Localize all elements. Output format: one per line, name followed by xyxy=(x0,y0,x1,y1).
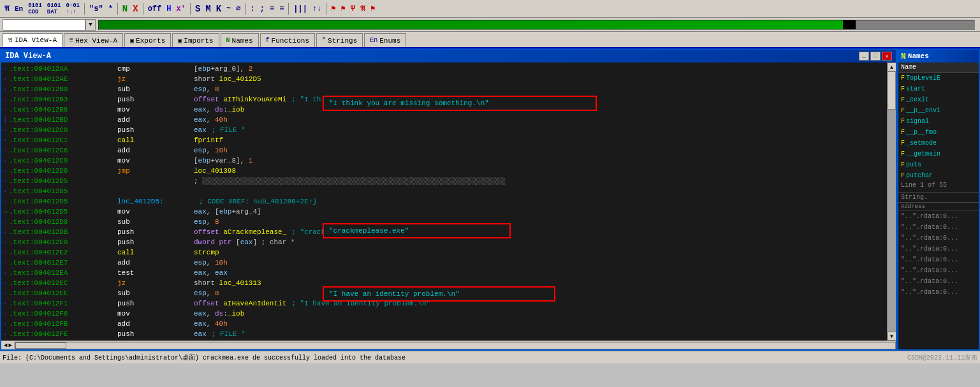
code-line[interactable]: · .text:004012D5 ; ░░░░░░░░░░░░░░░░░░░░░… xyxy=(1,176,887,186)
v-scrollbar[interactable]: ▲ ▼ xyxy=(887,62,896,340)
code-line[interactable]: · .text:004012D5 xyxy=(1,186,887,196)
dropdown-box[interactable] xyxy=(3,19,85,31)
code-line[interactable]: · .text:004012C1 call fprintf xyxy=(1,135,887,145)
code-content[interactable]: · .text:004012AA cmp [ebp+arg_0], 2 · .t… xyxy=(1,62,887,340)
code-line[interactable]: · .text:004012C0 push eax; FILE * xyxy=(1,125,887,135)
icon-M[interactable]: M xyxy=(203,3,212,15)
icon-pencil[interactable]: ∅ xyxy=(234,3,242,14)
code-line[interactable]: · .text:004012E0 push dword ptr [eax] ; … xyxy=(1,237,887,247)
strings-item-1[interactable]: "..".rdata:0... xyxy=(898,211,979,222)
panel-close-btn[interactable]: ✕ xyxy=(882,52,892,61)
code-line[interactable]: → .text:004012D5 mov eax, [ebp+arg_4] xyxy=(1,207,887,217)
icon-xr[interactable]: x' xyxy=(174,4,187,14)
sep2 xyxy=(117,3,118,15)
icon-dat[interactable]: 0101DAT xyxy=(45,2,63,16)
code-line[interactable]: · .text:004012E7 add esp, 10h xyxy=(1,258,887,268)
tab-hex-view[interactable]: ≡ Hex View-A xyxy=(64,33,123,47)
scroll-track-v[interactable] xyxy=(888,71,896,332)
scroll-down-btn[interactable]: ▼ xyxy=(888,332,896,340)
strings-item-6[interactable]: "..".rdata:0... xyxy=(898,265,979,276)
tab-exports[interactable]: ▣ Exports xyxy=(124,33,171,47)
h-scrollbar[interactable] xyxy=(15,342,896,349)
tab-imports[interactable]: ▣ Imports xyxy=(172,33,219,47)
icon-flag1[interactable]: ⚑ xyxy=(329,3,337,14)
icon-str[interactable]: "s" xyxy=(87,4,105,14)
code-line[interactable]: | .text:004012BD add eax, 40h xyxy=(1,115,887,125)
code-line[interactable]: · .text:004012D5 loc_4012D5: ; CODE XREF… xyxy=(1,196,887,207)
scroll-thumb-v[interactable] xyxy=(888,71,896,110)
icon-psi[interactable]: Ψ xyxy=(349,4,357,14)
icon-graph[interactable]: ||| xyxy=(291,4,309,14)
names-item-cexit[interactable]: F _cexit xyxy=(898,94,979,105)
code-line[interactable]: · .text:004012E2 call strcmp xyxy=(1,247,887,258)
names-item-putchar[interactable]: F putchar xyxy=(898,170,979,181)
icon-off[interactable]: off xyxy=(146,4,164,14)
icon-colon[interactable]: : xyxy=(249,4,257,14)
names-item-puts[interactable]: F puts xyxy=(898,159,979,170)
dropdown-arrow[interactable]: ▼ xyxy=(85,19,96,31)
panel-minimize-btn[interactable]: _ xyxy=(859,52,869,61)
code-line[interactable]: · .text:004012EA test eax, eax xyxy=(1,268,887,278)
code-line[interactable]: · .text:004012F6 mov eax, ds:_iob xyxy=(1,309,887,319)
names-item-signal[interactable]: F signal xyxy=(898,116,979,127)
icon-flag3[interactable]: ⚑ xyxy=(369,3,377,14)
strings-item-7[interactable]: "..".rdata:0... xyxy=(898,276,979,287)
code-line[interactable]: · .text:004012C9 mov [ebp+var_8], 1 xyxy=(1,156,887,166)
panel-maximize-btn[interactable]: □ xyxy=(870,52,881,61)
tab-names[interactable]: N Names xyxy=(221,33,259,47)
names-item-getmain[interactable]: F __getmain xyxy=(898,149,979,159)
icon-flag2[interactable]: ⚑ xyxy=(339,3,347,14)
names-item-toplevel[interactable]: F TopLevelE xyxy=(898,73,979,84)
line-addr: .text:004012D5 xyxy=(9,207,117,217)
code-line[interactable]: · .text:004012FB add eax, 40h xyxy=(1,319,887,329)
tab-strings[interactable]: " Strings xyxy=(316,33,363,47)
names-content[interactable]: Name F TopLevelE F start F _cexit F __p_… xyxy=(898,62,979,349)
icon-assembler[interactable]: 𝔄 xyxy=(3,4,11,14)
strings-item-2[interactable]: "..".rdata:0... xyxy=(898,222,979,233)
code-line[interactable]: · .text:004012F1 push offset aIHaveAnIde… xyxy=(1,298,887,309)
code-line[interactable]: · .text:004012C6 add esp, 10h xyxy=(1,145,887,156)
code-line[interactable]: · .text:004012D8 sub esp, 8 xyxy=(1,217,887,227)
code-line[interactable]: · .text:004012AE jz short loc_4012D5 xyxy=(1,74,887,84)
code-line[interactable]: · .text:004012B8 mov eax, ds:_iob xyxy=(1,105,887,115)
nav-next-btn[interactable]: ▶ xyxy=(8,342,11,349)
icon-en[interactable]: En xyxy=(13,4,25,13)
icon-cod[interactable]: 0101COD xyxy=(26,2,44,16)
code-line[interactable]: · .text:004012D0 jmp loc_401398 xyxy=(1,166,887,176)
tab-enums[interactable]: En Enums xyxy=(364,33,406,47)
icon-grid1[interactable]: ≡ xyxy=(268,4,276,14)
line-addr: .text:004012C1 xyxy=(9,135,117,145)
icon-N[interactable]: N xyxy=(121,3,129,15)
names-item-setmode[interactable]: F _setmode xyxy=(898,138,979,149)
code-line[interactable]: · .text:004012EE sub esp, 8 xyxy=(1,288,887,298)
h-scroll-thumb[interactable] xyxy=(15,342,66,349)
icon-X[interactable]: X xyxy=(131,3,140,15)
strings-item-8[interactable]: "..".rdata:0... xyxy=(898,287,979,298)
code-line[interactable]: · .text:004012B3 push offset aIThinkYouA… xyxy=(1,94,887,105)
code-line[interactable]: · .text:004012EC jz short loc_401313 xyxy=(1,278,887,288)
icon-arrows[interactable]: ↑↓ xyxy=(311,4,323,14)
names-item-pfmo[interactable]: F __p__fmo xyxy=(898,127,979,138)
icon-010101[interactable]: 0↑01↑↓↑ xyxy=(64,2,82,16)
strings-item-5[interactable]: "..".rdata:0... xyxy=(898,254,979,265)
strings-item-4[interactable]: "..".rdata:0... xyxy=(898,244,979,254)
icon-K[interactable]: K xyxy=(214,3,223,15)
code-line[interactable]: · .text:004012AA cmp [ebp+arg_0], 2 xyxy=(1,64,887,74)
icon-assembler2[interactable]: 𝔄 xyxy=(358,4,367,14)
code-line[interactable]: · .text:004012B0 sub esp, 8 xyxy=(1,84,887,94)
tab-functions[interactable]: f Functions xyxy=(260,33,315,47)
icon-H[interactable]: H xyxy=(165,4,173,14)
icon-S[interactable]: S xyxy=(193,3,202,15)
icon-semicolon[interactable]: ; xyxy=(258,4,267,14)
nav-prev-btn[interactable]: ◀ xyxy=(4,342,7,349)
icon-tilde[interactable]: ~ xyxy=(224,4,233,14)
names-item-start[interactable]: F start xyxy=(898,84,979,94)
names-item-penvi[interactable]: F __p__envi xyxy=(898,105,979,116)
code-line[interactable]: · .text:004012DB push offset aCrackmeple… xyxy=(1,227,887,237)
strings-item-3[interactable]: "..".rdata:0... xyxy=(898,233,979,244)
tab-ida-view[interactable]: 𝔄 IDA View-A xyxy=(3,33,62,47)
scroll-up-btn[interactable]: ▲ xyxy=(888,62,896,71)
icon-star[interactable]: * xyxy=(106,4,115,14)
icon-grid2[interactable]: ≡ xyxy=(277,4,286,14)
code-line[interactable]: · .text:004012FE push eax; FILE * xyxy=(1,329,887,339)
